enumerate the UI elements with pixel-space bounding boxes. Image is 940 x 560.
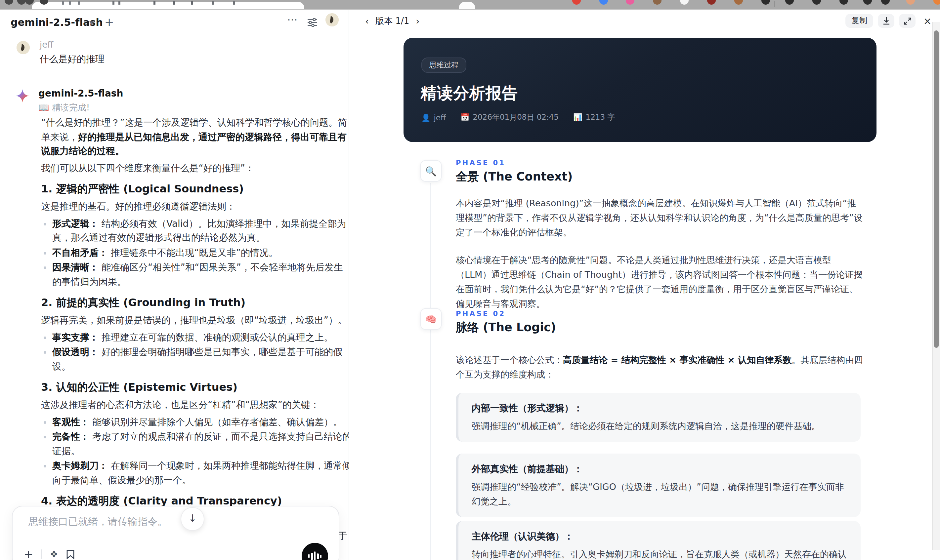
scroll-to-bottom-button[interactable]: ↓ [180, 507, 204, 531]
person-icon: 👤 [421, 113, 430, 122]
assistant-name: gemini-2.5-flash [39, 88, 123, 98]
phase-01-kicker: PHASE 01 [456, 158, 864, 167]
chat-header: gemini-2.5-flash ▾ + ⋯ [0, 10, 348, 36]
extension-icon[interactable] [233, 2, 235, 5]
extension-icon[interactable] [173, 2, 175, 5]
extension-icon[interactable] [863, 0, 872, 5]
skills-icon[interactable]: ❖ [50, 549, 58, 559]
report-word-count: 📊1213 字 [573, 112, 615, 122]
report-title: 精读分析报告 [421, 83, 518, 104]
extension-icon[interactable] [734, 0, 743, 5]
intro-paragraph: “什么是好的推理？”这是一个涉及逻辑学、认知科学和哲学核心的问题。简单来说，好的… [41, 116, 348, 158]
extension-icon[interactable] [25, 0, 34, 5]
composer: + ❖ [12, 506, 339, 560]
extension-icon[interactable] [653, 0, 661, 5]
assistant-message-header: gemini-2.5-flash 📖 精读完成! [0, 88, 348, 118]
chevron-down-icon[interactable]: ▾ [89, 18, 93, 27]
extension-icon[interactable] [774, 2, 775, 7]
calendar-icon: 📅 [461, 113, 469, 122]
new-chat-button[interactable]: + [105, 15, 114, 28]
attach-plus-icon[interactable]: + [24, 549, 33, 559]
list-item: 完备性： 考虑了对立的观点和潜在的反证，而不是只选择支持自己结论的证据。 [41, 430, 348, 458]
browser-secondary-tab[interactable] [459, 2, 475, 9]
window-scrollbar-thumb[interactable] [934, 31, 938, 348]
dimension-card-internal-consistency: 内部一致性（形式逻辑）： 强调推理的“机械正确”。结论必须在给定的规则系统内逻辑… [456, 393, 861, 442]
phase-01-section: PHASE 01 全景 (The Context) 本内容是对“推理 (Reas… [456, 158, 864, 324]
list-item: 客观性： 能够识别并尽量排除个人偏见（如幸存者偏差、确认偏差）。 [41, 415, 348, 429]
extension-icon[interactable] [191, 2, 193, 5]
magnifier-icon: 🔍 [420, 160, 442, 182]
browser-active-tab[interactable] [32, 2, 304, 9]
paragraph: 该论述基于一个核心公式：高质量结论 = 结构完整性 × 事实准确性 × 认知自律… [456, 352, 864, 382]
prev-version-button[interactable]: ‹ [365, 15, 369, 27]
extension-icon[interactable] [626, 0, 634, 5]
user-message-text: 什么是好的推理 [40, 54, 105, 65]
report-author: 👤jeff [421, 113, 446, 122]
artifact-panel: ‹ 版本 1/1 › 复制 × [349, 10, 940, 560]
bookmark-icon[interactable] [66, 549, 75, 559]
more-options-button[interactable]: ⋯ [287, 13, 298, 26]
list-item: 事实支撑： 推理建立在可靠的数据、准确的观测或公认的真理之上。 [41, 330, 348, 345]
settings-sliders-icon[interactable] [307, 17, 317, 28]
extension-icon[interactable] [761, 0, 770, 5]
extension-icon[interactable] [78, 2, 80, 5]
app-window: gemini-2.5-flash ▾ + ⋯ [0, 0, 940, 560]
next-version-button[interactable]: › [416, 15, 419, 27]
list-item: 不自相矛盾： 推理链条中不能出现“既是又非”的情况。 [41, 246, 348, 260]
extension-icon[interactable] [572, 0, 581, 5]
user-message: jeff 什么是好的推理 [0, 36, 348, 69]
extension-icon[interactable] [840, 0, 848, 5]
version-navigator: ‹ 版本 1/1 › [365, 15, 420, 27]
composer-toolbar: + ❖ [24, 549, 75, 559]
lead-line: 我们可以从以下四个维度来衡量什么是“好的推理”： [41, 161, 348, 175]
artifact-actions: 复制 × [845, 14, 935, 28]
browser-toolbar [0, 0, 940, 9]
user-message-avatar [17, 41, 30, 54]
extension-icon[interactable] [62, 2, 64, 5]
message-input[interactable] [27, 515, 314, 528]
phase-02-section: PHASE 02 脉络 (The Logic) 该论述基于一个核心公式：高质量结… [456, 309, 864, 395]
list-item: 因果清晰： 能准确区分“相关性”和“因果关系”，不会轻率地将先后发生的事情归为因… [41, 260, 348, 289]
voice-input-button[interactable] [302, 543, 328, 560]
extension-icon[interactable] [212, 2, 214, 5]
copy-button[interactable]: 复制 [845, 14, 873, 28]
list-item: 假设透明： 好的推理会明确指明哪些是已知事实，哪些是基于可能的假设。 [41, 345, 348, 374]
phase-02-body: 该论述基于一个核心公式：高质量结论 = 结构完整性 × 事实准确性 × 认知自律… [456, 352, 864, 382]
section-1-intro: 这是推理的基石。好的推理必须遵循逻辑法则： [41, 200, 348, 214]
brain-icon: 🧠 [420, 308, 442, 330]
assistant-status: 📖 精读完成! [39, 102, 89, 114]
book-icon: 📖 [39, 103, 49, 112]
section-2-intro: 逻辑再完美，如果前提是错误的，推理也是垃圾（即“垃圾进，垃圾出”）。 [41, 313, 348, 328]
report-badge: 思维过程 [421, 57, 466, 73]
report-date: 📅2026年01月08日 02:45 [461, 112, 559, 122]
user-avatar[interactable] [325, 13, 339, 26]
phase-02-kicker: PHASE 02 [456, 309, 864, 317]
phase-01-body: 本内容是对“推理 (Reasoning)”这一抽象概念的高层建模。在知识爆炸与人… [456, 196, 864, 311]
section-2-list: 事实支撑： 推理建立在可靠的数据、准确的观测或公认的真理之上。 假设透明： 好的… [41, 330, 348, 374]
extension-icon[interactable] [69, 2, 71, 5]
assistant-message-body: “什么是好的推理？”这是一个涉及逻辑学、认知科学和哲学核心的问题。简单来说，好的… [41, 116, 348, 560]
extension-icon[interactable] [17, 0, 26, 5]
extension-icon[interactable] [707, 0, 716, 5]
extension-icon[interactable] [119, 2, 120, 5]
dimension-card-external-truth: 外部真实性（前提基础）： 强调推理的“经验校准”。解决“GIGO（垃圾进，垃圾出… [456, 454, 861, 517]
version-label: 版本 1/1 [375, 15, 409, 27]
extension-icon[interactable] [112, 2, 114, 5]
extension-icon[interactable] [599, 0, 608, 5]
paragraph: 核心情境在于解决“思考的随意性”问题。不论是人类通过批判性思维进行决策，还是大语… [456, 252, 864, 311]
download-icon[interactable] [878, 14, 894, 28]
extension-icon[interactable] [881, 0, 890, 5]
extension-icon[interactable] [5, 0, 13, 5]
extension-icon[interactable] [785, 0, 794, 5]
extension-icon[interactable] [154, 2, 156, 5]
section-3-list: 客观性： 能够识别并尽量排除个人偏见（如幸存者偏差、确认偏差）。 完备性： 考虑… [41, 415, 348, 487]
extension-icon[interactable] [906, 0, 915, 5]
section-3-heading: 3. 认知的公正性 (Epistemic Virtues) [41, 380, 348, 395]
chat-scroll-area[interactable]: jeff 什么是好的推理 gemini-2.5-f [0, 36, 348, 560]
extension-icon[interactable] [680, 0, 689, 5]
extension-icon[interactable] [812, 0, 821, 5]
section-1-heading: 1. 逻辑的严密性 (Logical Soundness) [41, 182, 348, 196]
phase-01-title: 全景 (The Context) [456, 169, 864, 185]
extension-icon[interactable] [933, 0, 940, 5]
expand-fullscreen-icon[interactable] [899, 14, 915, 28]
